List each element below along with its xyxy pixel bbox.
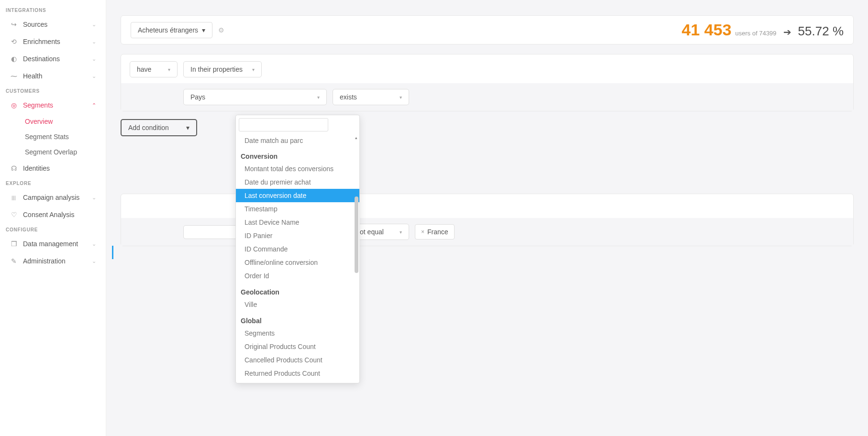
section-explore: EXPLORE bbox=[5, 181, 101, 186]
chevron-down-icon: ⌄ bbox=[92, 22, 96, 28]
caret-down-icon: ▾ bbox=[186, 124, 189, 131]
add-condition-button[interactable]: Add condition▾ bbox=[121, 119, 197, 136]
sidebar-item-destinations[interactable]: ◐Destinations ⌄ bbox=[5, 50, 101, 67]
condition-dropdown: ▴ Date match au parc Conversion Montant … bbox=[235, 115, 360, 383]
users-of-label: users of 74399 bbox=[735, 30, 777, 37]
chevron-down-icon: ⌄ bbox=[92, 195, 96, 201]
scope-select[interactable]: In their properties▾ bbox=[183, 61, 262, 77]
caret-down-icon: ▾ bbox=[317, 95, 320, 100]
chevron-down-icon: ⌄ bbox=[92, 258, 96, 264]
dropdown-item[interactable]: Order Id bbox=[236, 269, 359, 283]
segment-selector[interactable]: Acheteurs étrangers ▾ bbox=[131, 22, 212, 38]
dropdown-item[interactable]: ID Panier bbox=[236, 229, 359, 242]
dropdown-item[interactable]: Montant total des conversions bbox=[236, 162, 359, 175]
chevron-down-icon: ⌄ bbox=[92, 56, 96, 62]
value-tag-france[interactable]: ×France bbox=[415, 224, 455, 240]
sidebar: INTEGRATIONS ↪Sources ⌄ ⟲Enrichments ⌄ ◐… bbox=[0, 0, 106, 436]
active-marker bbox=[112, 246, 113, 259]
segment-header: Acheteurs étrangers ▾ ⚙ 41 453 users of … bbox=[121, 15, 854, 44]
sidebar-sub-segment-overlap[interactable]: Segment Overlap bbox=[25, 144, 101, 160]
sidebar-item-administration[interactable]: ✎Administration ⌄ bbox=[5, 252, 101, 270]
dropdown-item[interactable]: Cancelled Products Count bbox=[236, 353, 359, 367]
sidebar-item-segments[interactable]: ◎Segments ⌃ bbox=[5, 97, 101, 114]
condition-block-1: have▾ In their properties▾ Pays▾ exists▾ bbox=[121, 54, 854, 111]
dropdown-item[interactable]: Timestamp bbox=[236, 202, 359, 216]
layers-icon: ❒ bbox=[10, 240, 18, 248]
sidebar-sub-overview[interactable]: Overview bbox=[25, 114, 101, 129]
arrow-right-icon: ➔ bbox=[783, 26, 791, 38]
caret-down-icon: ▾ bbox=[252, 67, 255, 72]
section-integrations: INTEGRATIONS bbox=[5, 8, 101, 13]
fingerprint-icon: ☊ bbox=[10, 164, 18, 173]
sidebar-item-health[interactable]: ⁓Health ⌄ bbox=[5, 67, 101, 85]
dropdown-item[interactable]: Returned Products Count bbox=[236, 367, 359, 380]
dropdown-group-global: Global bbox=[236, 311, 359, 327]
dropdown-item[interactable]: Date match au parc bbox=[236, 134, 359, 147]
sidebar-item-campaign-analysis[interactable]: ⫼Campaign analysis ⌄ bbox=[5, 189, 101, 206]
exit-icon: ↪ bbox=[10, 20, 18, 29]
sidebar-sub-segment-stats[interactable]: Segment Stats bbox=[25, 129, 101, 144]
condition-block-2: ▴ does not equal▾ ×France bbox=[121, 194, 854, 246]
caret-down-icon: ▾ bbox=[400, 95, 402, 100]
pulse-icon: ⁓ bbox=[10, 72, 18, 80]
section-customers: CUSTOMERS bbox=[5, 88, 101, 94]
wrench-icon: ✎ bbox=[10, 257, 18, 265]
chevron-down-icon: ⌄ bbox=[92, 241, 96, 247]
percent-value: 55.72 % bbox=[798, 24, 844, 39]
dropdown-item[interactable]: Offline/online conversion bbox=[236, 256, 359, 269]
caret-down-icon: ▾ bbox=[168, 67, 170, 72]
sidebar-item-data-management[interactable]: ❒Data management ⌄ bbox=[5, 235, 101, 252]
scroll-up-arrow-icon[interactable]: ▴ bbox=[355, 135, 357, 140]
dropdown-group-conversion: Conversion bbox=[236, 147, 359, 162]
sidebar-item-identities[interactable]: ☊Identities bbox=[5, 160, 101, 177]
target-icon: ◎ bbox=[10, 101, 18, 109]
globe-icon: ◐ bbox=[10, 54, 18, 63]
user-count: 41 453 bbox=[682, 21, 732, 39]
sidebar-item-consent-analysis[interactable]: ♡Consent Analysis bbox=[5, 206, 101, 223]
dropdown-scrollbar[interactable] bbox=[355, 196, 358, 273]
have-select[interactable]: have▾ bbox=[130, 61, 178, 77]
remove-tag-icon[interactable]: × bbox=[421, 229, 424, 235]
dropdown-item[interactable]: Original Products Count bbox=[236, 340, 359, 353]
gear-icon[interactable]: ⚙ bbox=[218, 26, 224, 34]
chevron-up-icon: ⌃ bbox=[92, 102, 96, 109]
shield-icon: ♡ bbox=[10, 210, 18, 219]
bars-icon: ⫼ bbox=[10, 193, 18, 202]
dropdown-item[interactable]: Last Device Name bbox=[236, 216, 359, 229]
dropdown-item[interactable]: Exchanged Products Count bbox=[236, 380, 359, 383]
dropdown-item[interactable]: ID Commande bbox=[236, 242, 359, 256]
dropdown-search-input[interactable] bbox=[239, 118, 328, 131]
dropdown-item[interactable]: Segments bbox=[236, 327, 359, 340]
property-select[interactable]: Pays▾ bbox=[183, 89, 327, 105]
caret-down-icon: ▾ bbox=[400, 229, 402, 235]
sidebar-item-enrichments[interactable]: ⟲Enrichments ⌄ bbox=[5, 33, 101, 50]
operator-select[interactable]: exists▾ bbox=[333, 89, 409, 105]
section-configure: CONFIGURE bbox=[5, 227, 101, 232]
chevron-down-icon: ⌄ bbox=[92, 73, 96, 79]
sidebar-item-sources[interactable]: ↪Sources ⌄ bbox=[5, 16, 101, 33]
refresh-icon: ⟲ bbox=[10, 37, 18, 46]
dropdown-item[interactable]: Date du premier achat bbox=[236, 175, 359, 189]
chevron-down-icon: ⌄ bbox=[92, 39, 96, 45]
dropdown-item-highlighted[interactable]: Last conversion date bbox=[236, 189, 359, 202]
caret-down-icon: ▾ bbox=[202, 26, 205, 34]
dropdown-item[interactable]: Ville bbox=[236, 298, 359, 311]
dropdown-group-geolocation: Geolocation bbox=[236, 283, 359, 298]
